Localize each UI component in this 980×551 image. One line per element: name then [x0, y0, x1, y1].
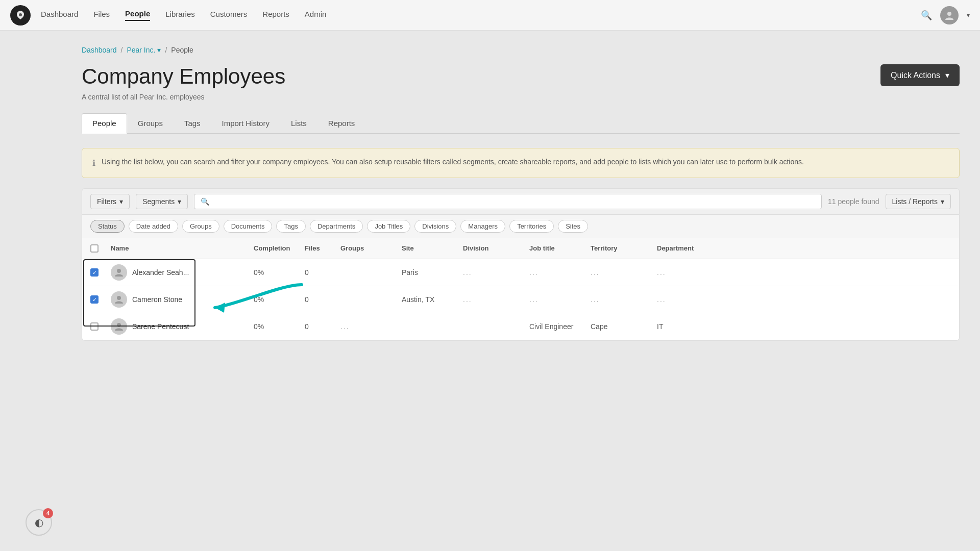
col-files: Files [305, 244, 340, 253]
chip-documents[interactable]: Documents [224, 220, 273, 233]
table-row: ✓ Alexander Seah... 0% 0 [82, 259, 959, 286]
avatar-chevron-icon[interactable]: ▾ [967, 12, 970, 19]
app-logo[interactable] [10, 5, 31, 26]
info-banner-text: Using the list below, you can search and… [102, 157, 804, 167]
chip-date-added[interactable]: Date added [129, 220, 178, 233]
segments-chevron-icon: ▾ [178, 197, 181, 206]
files-cell: 0 [305, 322, 340, 331]
table-row: Sarene Pentecust 0% 0 ... Civil Engineer… [82, 313, 959, 340]
nav-right: 🔍 ▾ [921, 6, 970, 24]
company-chevron-icon: ▾ [157, 46, 161, 54]
completion-cell: 0% [254, 322, 305, 331]
chip-managers[interactable]: Managers [460, 220, 505, 233]
division-cell: ... [463, 268, 529, 277]
nav-people[interactable]: People [125, 9, 150, 21]
tab-import-history[interactable]: Import History [211, 113, 280, 133]
svg-point-3 [117, 269, 121, 273]
row-checkbox-cell: ✓ [90, 268, 111, 277]
filter-chips: Status Date added Groups Documents Tags … [82, 215, 960, 238]
lists-reports-chevron-icon: ▾ [941, 197, 944, 206]
row-3-checkbox[interactable] [90, 322, 99, 331]
row-checkbox-cell [90, 322, 111, 331]
chip-status[interactable]: Status [90, 220, 125, 233]
department-cell: ... [657, 295, 723, 304]
main-container: Dashboard / Pear Inc. ▾ / People Company… [0, 31, 980, 551]
nav-reports[interactable]: Reports [262, 10, 289, 20]
tab-lists[interactable]: Lists [280, 113, 317, 133]
select-all-checkbox[interactable] [90, 244, 99, 253]
completion-cell: 0% [254, 268, 305, 277]
filter-bar: Filters ▾ Segments ▾ 🔍 11 people found L… [82, 188, 960, 215]
page-header: Company Employees Quick Actions ▾ [82, 64, 960, 89]
chip-departments[interactable]: Departments [310, 220, 363, 233]
quick-actions-button[interactable]: Quick Actions ▾ [880, 64, 960, 86]
breadcrumb-sep-1: / [121, 46, 123, 54]
files-cell: 0 [305, 295, 340, 304]
svg-point-0 [19, 13, 22, 16]
segments-button[interactable]: Segments ▾ [136, 194, 188, 209]
site-cell: Austin, TX [402, 295, 463, 304]
chip-job-titles[interactable]: Job Titles [367, 220, 410, 233]
breadcrumb-company[interactable]: Pear Inc. ▾ [127, 46, 161, 54]
nav-dashboard[interactable]: Dashboard [41, 10, 78, 20]
search-icon: 🔍 [201, 197, 209, 206]
breadcrumb-dashboard[interactable]: Dashboard [82, 46, 117, 54]
col-department: Department [657, 244, 723, 253]
completion-cell: 0% [254, 295, 305, 304]
groups-cell: ... [340, 322, 402, 331]
notification-count: 4 [43, 508, 53, 518]
territory-cell: ... [591, 268, 657, 277]
breadcrumb-sep-2: / [165, 46, 167, 54]
job-title-cell: Civil Engineer [529, 322, 591, 331]
tab-groups[interactable]: Groups [127, 113, 174, 133]
svg-point-4 [117, 296, 121, 300]
people-count: 11 people found [828, 197, 879, 206]
nav-admin[interactable]: Admin [305, 10, 327, 20]
col-division: Division [463, 244, 529, 253]
chip-tags[interactable]: Tags [276, 220, 305, 233]
tab-tags[interactable]: Tags [174, 113, 211, 133]
col-name: Name [111, 244, 254, 253]
chip-groups[interactable]: Groups [182, 220, 219, 233]
files-cell: 0 [305, 268, 340, 277]
filters-button[interactable]: Filters ▾ [90, 194, 130, 209]
avatar[interactable] [940, 6, 959, 24]
row-2-checkbox[interactable]: ✓ [90, 295, 99, 304]
search-icon[interactable]: 🔍 [921, 10, 932, 21]
person-name[interactable]: Alexander Seah... [132, 268, 189, 277]
notification-badge[interactable]: ◐ 4 [26, 509, 52, 536]
table-header: Name Completion Files Groups Site Divisi… [82, 238, 959, 259]
notification-icon: ◐ [35, 516, 43, 529]
tab-people[interactable]: People [82, 113, 127, 134]
col-completion: Completion [254, 244, 305, 253]
nav-files[interactable]: Files [93, 10, 110, 20]
chip-territories[interactable]: Territories [509, 220, 554, 233]
content-area: Dashboard / Pear Inc. ▾ / People Company… [61, 31, 980, 551]
person-name[interactable]: Cameron Stone [132, 295, 182, 304]
person-cell: Cameron Stone [111, 291, 254, 308]
tabs-bar: People Groups Tags Import History Lists … [82, 113, 960, 134]
tab-reports[interactable]: Reports [317, 113, 366, 133]
row-1-checkbox[interactable]: ✓ [90, 268, 99, 277]
job-title-cell: ... [529, 295, 591, 304]
page-title: Company Employees [82, 64, 285, 89]
person-name[interactable]: Sarene Pentecust [132, 322, 189, 331]
page-subtitle: A central list of all Pear Inc. employee… [82, 93, 960, 101]
breadcrumb-current: People [171, 46, 193, 54]
col-job-title: Job title [529, 244, 591, 253]
search-input[interactable] [213, 197, 815, 206]
job-title-cell: ... [529, 268, 591, 277]
search-box[interactable]: 🔍 [194, 194, 822, 209]
info-icon: ℹ [92, 157, 95, 169]
table-row: ✓ Cameron Stone 0% 0 Aus [82, 286, 959, 313]
chip-sites[interactable]: Sites [558, 220, 588, 233]
breadcrumb: Dashboard / Pear Inc. ▾ / People [82, 41, 960, 54]
people-table: Name Completion Files Groups Site Divisi… [82, 238, 960, 341]
chip-divisions[interactable]: Divisions [414, 220, 456, 233]
nav-customers[interactable]: Customers [210, 10, 248, 20]
nav-libraries[interactable]: Libraries [165, 10, 195, 20]
lists-reports-button[interactable]: Lists / Reports ▾ [886, 194, 951, 209]
row-checkbox-cell: ✓ [90, 295, 111, 304]
svg-point-5 [117, 323, 121, 327]
col-groups: Groups [340, 244, 402, 253]
